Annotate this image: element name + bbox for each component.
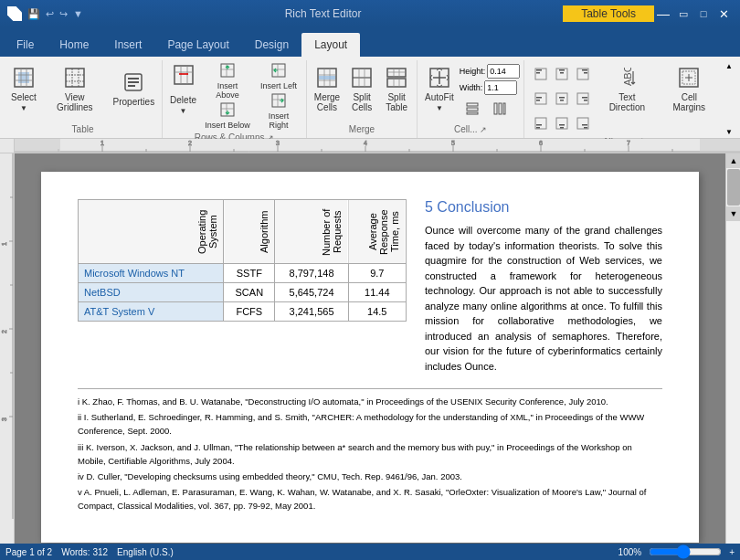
minimize-button[interactable]: — xyxy=(654,5,672,23)
align-mid-right[interactable] xyxy=(570,87,596,111)
cell-height-input[interactable] xyxy=(487,64,520,79)
svg-rect-14 xyxy=(319,76,335,79)
footnote-3: iii K. Iverson, X. Jackson, and J. Ullma… xyxy=(78,440,662,468)
insert-left-button[interactable]: Insert Left xyxy=(255,62,302,91)
status-bar: Page 1 of 2 Words: 312 English (U.S.) 10… xyxy=(0,544,740,560)
content-row: Operating System Algorithm Number ofRequ… xyxy=(78,199,662,374)
delete-icon xyxy=(174,65,194,93)
doc-page: Operating System Algorithm Number ofRequ… xyxy=(41,172,699,543)
tab-file[interactable]: File xyxy=(4,33,47,57)
select-button[interactable]: Select ▼ xyxy=(7,62,40,117)
svg-rect-30 xyxy=(560,72,564,74)
right-scrollbar[interactable]: ▲ ▼ xyxy=(725,153,740,544)
cell-time-3: 14.5 xyxy=(348,302,406,322)
svg-rect-51 xyxy=(584,127,587,129)
close-button[interactable]: ✕ xyxy=(714,5,733,23)
footnote-5: v A. Pnueli, L. Adleman, E. Parasuraman,… xyxy=(78,485,662,512)
ribbon: Select ▼ View Gridlines Properties Table xyxy=(0,57,740,139)
insert-lr-col: Insert Left Insert Right xyxy=(255,62,302,131)
svg-rect-21 xyxy=(467,112,478,114)
insert-below-icon xyxy=(220,102,235,120)
svg-text:3: 3 xyxy=(276,140,280,146)
height-input-row: Height: xyxy=(460,64,521,79)
scroll-down-button[interactable]: ▼ xyxy=(726,206,740,221)
scroll-thumb[interactable] xyxy=(727,169,740,206)
tab-page-layout[interactable]: Page Layout xyxy=(154,33,241,57)
maximize-button[interactable]: □ xyxy=(694,5,713,23)
properties-icon xyxy=(123,72,143,95)
svg-rect-5 xyxy=(128,81,139,83)
doc-area[interactable]: Operating System Algorithm Number ofRequ… xyxy=(15,153,725,544)
body-text: Ounce will overcome many of the grand ch… xyxy=(425,223,662,374)
cell-margins-button[interactable]: Cell Margins xyxy=(661,62,718,117)
ruler-corner xyxy=(0,139,15,153)
ribbon-scroll-down[interactable]: ▼ xyxy=(722,128,736,136)
cell-size-expand-icon[interactable]: ↗ xyxy=(480,125,487,134)
view-gridlines-button[interactable]: View Gridlines xyxy=(42,62,108,117)
autofit-button[interactable]: AutoFit ▼ xyxy=(421,62,458,117)
properties-label: Properties xyxy=(113,97,155,107)
text-direction-button[interactable]: ABC Text Direction xyxy=(596,62,658,117)
insert-below-label: Insert Below xyxy=(205,121,250,130)
align-bot-right[interactable] xyxy=(570,111,596,135)
restore-button[interactable]: ▭ xyxy=(674,5,692,23)
insert-right-button[interactable]: Insert Right xyxy=(255,92,302,131)
merge-cells-button[interactable]: MergeCells xyxy=(311,62,344,117)
cell-margins-icon xyxy=(679,68,699,90)
height-label: Height: xyxy=(460,67,486,76)
distribute-rows-button[interactable] xyxy=(460,97,485,121)
app-logo-icon xyxy=(7,6,22,21)
footnotes: i K. Zhao, F. Thomas, and B. U. Watanabe… xyxy=(78,388,662,513)
svg-rect-4 xyxy=(128,78,139,79)
svg-text:7: 7 xyxy=(627,140,630,146)
tab-insert[interactable]: Insert xyxy=(101,33,154,57)
insert-above-button[interactable]: Insert Above xyxy=(202,62,253,100)
quick-access-save[interactable]: 💾 xyxy=(27,8,40,20)
svg-text:2: 2 xyxy=(188,140,192,146)
merge-cells-label: MergeCells xyxy=(314,92,340,112)
header-requests: Number ofRequests xyxy=(275,200,348,264)
distribute-cols-button[interactable] xyxy=(487,97,513,121)
tab-home[interactable]: Home xyxy=(47,33,101,57)
zoom-in-button[interactable]: + xyxy=(729,547,735,557)
split-cells-button[interactable]: SplitCells xyxy=(345,62,378,117)
ribbon-scroll-up[interactable]: ▲ xyxy=(722,62,736,70)
svg-rect-29 xyxy=(559,69,565,71)
cell-width-input[interactable] xyxy=(484,80,517,95)
split-table-icon xyxy=(386,68,407,90)
delete-label: Delete xyxy=(170,95,196,105)
cell-algo-3: FCFS xyxy=(224,302,275,322)
align-top-right[interactable] xyxy=(570,62,596,86)
split-table-button[interactable]: SplitTable xyxy=(380,62,413,117)
distribute-row xyxy=(460,97,521,121)
text-section: 5 Conclusion Ounce will overcome many of… xyxy=(425,199,662,374)
insert-below-button[interactable]: Insert Below xyxy=(202,101,253,131)
cell-margins-label: Cell Margins xyxy=(664,92,714,112)
svg-rect-36 xyxy=(536,100,540,101)
zoom-slider[interactable] xyxy=(649,547,722,556)
group-rows-cols-items: Delete ▼ Insert Above Insert Below xyxy=(166,62,302,131)
group-table: Select ▼ View Gridlines Properties Table xyxy=(4,60,163,138)
table-row: Microsoft Windows NT SSTF 8,797,148 9.7 xyxy=(79,264,407,283)
svg-rect-42 xyxy=(584,100,587,101)
scroll-up-button[interactable]: ▲ xyxy=(726,153,740,168)
tab-design[interactable]: Design xyxy=(242,33,301,57)
table-section: Operating System Algorithm Number ofRequ… xyxy=(78,199,407,374)
svg-rect-32 xyxy=(582,69,587,71)
split-table-label: SplitTable xyxy=(386,92,407,112)
insert-left-label: Insert Left xyxy=(260,81,297,90)
delete-button[interactable]: Delete ▼ xyxy=(166,62,200,117)
view-gridlines-label: View Gridlines xyxy=(46,92,104,112)
svg-rect-47 xyxy=(559,124,565,126)
tool-title: Table Tools xyxy=(563,5,654,22)
title-bar: 💾 ↩ ↪ ▼ Rich Text Editor Table Tools — ▭… xyxy=(0,0,740,27)
quick-access-more[interactable]: ▼ xyxy=(73,8,83,19)
properties-button[interactable]: Properties xyxy=(110,62,158,117)
svg-rect-45 xyxy=(536,127,540,129)
quick-access-undo[interactable]: ↩ xyxy=(46,8,54,20)
quick-access-redo[interactable]: ↪ xyxy=(59,8,68,20)
text-direction-label: Text Direction xyxy=(599,92,654,112)
cell-algo-1: SSTF xyxy=(224,264,275,283)
group-merge-label: Merge xyxy=(349,124,375,136)
tab-layout[interactable]: Layout xyxy=(301,33,360,57)
